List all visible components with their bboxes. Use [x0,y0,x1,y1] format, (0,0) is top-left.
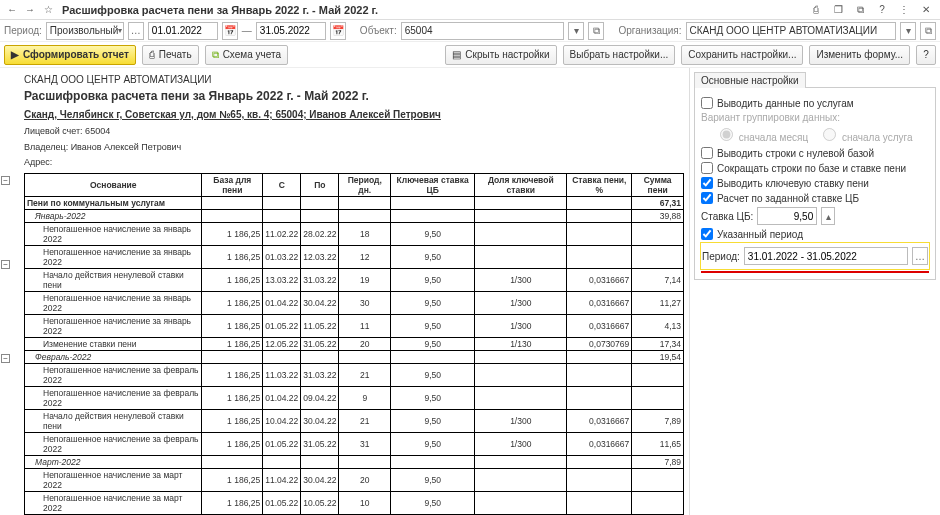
chk-zero-base[interactable]: Выводить строки с нулевой базой [701,147,929,159]
print-label: Печать [159,49,192,60]
close-icon[interactable]: ✕ [918,2,934,18]
settings-period-pick[interactable]: … [912,247,928,265]
forward-button[interactable]: → [22,2,38,18]
report-table: ОснованиеБаза для пениСПоПериод, дн.Ключ… [24,173,684,515]
table-row: Февраль-202219,54 [25,351,684,364]
cell: 19,54 [632,351,684,364]
attach-icon[interactable]: ? [874,2,890,18]
date-to-input[interactable] [256,22,326,40]
collapse-node[interactable]: − [1,260,10,269]
cell: 1 186,25 [202,492,263,515]
table-row: Март-20227,89 [25,456,684,469]
cell: 9,50 [391,387,475,410]
cell: 0,0316667 [567,410,632,433]
cell: Март-2022 [25,456,202,469]
copy-icon[interactable]: ❐ [830,2,846,18]
cell: 31 [339,433,391,456]
collapse-node[interactable]: − [1,176,10,185]
table-row: Непогашенное начисление за январь 20221 … [25,315,684,338]
validation-line [701,271,929,273]
hide-settings-label: Скрыть настройки [465,49,549,60]
chk-shorten-label: Сокращать строки по базе и ставке пени [717,163,906,174]
cell: 9,50 [391,338,475,351]
report-title: Расшифровка расчета пени за Январь 2022 … [24,89,681,103]
table-row: Непогашенное начисление за февраль 20221… [25,364,684,387]
help-button[interactable]: ? [916,45,936,65]
table-row: Непогашенное начисление за март 20221 18… [25,469,684,492]
date-from-cal-icon[interactable]: 📅 [222,22,238,40]
chk-by-service[interactable]: Выводить данные по услугам [701,97,929,109]
cell [475,210,567,223]
cell: 39,88 [632,210,684,223]
period-ellipsis[interactable]: … [128,22,144,40]
col-header: С [263,174,301,197]
change-form-label: Изменить форму... [816,49,903,60]
star-icon[interactable]: ☆ [40,2,56,18]
schema-button[interactable]: ⧉ Схема учета [205,45,288,65]
col-header: База для пени [202,174,263,197]
cell: 7,14 [632,269,684,292]
save-settings-button[interactable]: Сохранить настройки... [681,45,803,65]
cell: 12.05.22 [263,338,301,351]
chk-shorten[interactable]: Сокращать строки по базе и ставке пени [701,162,929,174]
change-form-button[interactable]: Изменить форму... [809,45,910,65]
period-type-combo[interactable]: Произвольный▾ [46,22,124,40]
table-row: Изменение ставки пени1 186,2512.05.2231.… [25,338,684,351]
print-icon[interactable]: ⎙ [808,2,824,18]
object-input[interactable]: 65004 [401,22,565,40]
cell [202,210,263,223]
object-pick[interactable]: ⧉ [588,22,604,40]
cell: 11.02.22 [263,223,301,246]
chk-use-period[interactable]: Указанный период [701,228,929,240]
col-header: По [301,174,339,197]
cell [301,351,339,364]
window-title: Расшифровка расчета пени за Январь 2022 … [62,4,808,16]
schema-label: Схема учета [223,49,281,60]
cell: 11,65 [632,433,684,456]
cell: Непогашенное начисление за март 2022 [25,469,202,492]
cell: 01.05.22 [263,315,301,338]
dash: — [242,25,252,36]
print-button[interactable]: ⎙ Печать [142,45,199,65]
cell: 1 186,25 [202,246,263,269]
make-report-button[interactable]: ▶ Сформировать отчет [4,45,136,65]
choose-settings-button[interactable]: Выбрать настройки... [563,45,676,65]
cell: 31.05.22 [301,338,339,351]
link-icon[interactable]: ⧉ [852,2,868,18]
cell: 12.03.22 [301,246,339,269]
cell [475,492,567,515]
cell [475,469,567,492]
cell: 17,34 [632,338,684,351]
table-row: Начало действия ненулевой ставки пени1 1… [25,269,684,292]
object-value: 65004 [405,25,433,36]
cell: 1/300 [475,315,567,338]
cell: Изменение ставки пени [25,338,202,351]
collapse-node[interactable]: − [1,354,10,363]
cb-spinner[interactable]: ▴ [821,207,835,225]
hide-settings-button[interactable]: ▤ Скрыть настройки [445,45,556,65]
chk-cb-calc[interactable]: Расчет по заданной ставке ЦБ [701,192,929,204]
org-input[interactable]: СКАНД ООО ЦЕНТР АВТОМАТИЗАЦИИ [686,22,896,40]
cell: 31.03.22 [301,364,339,387]
chk-key-rate[interactable]: Выводить ключевую ставку пени [701,177,929,189]
settings-period-input[interactable] [744,247,908,265]
cell: 1 186,25 [202,223,263,246]
owner-label: Владелец: Иванов Алексей Петрович [24,142,681,154]
cell [632,223,684,246]
org-clear[interactable]: ▾ [900,22,916,40]
org-pick[interactable]: ⧉ [920,22,936,40]
cell: 01.04.22 [263,292,301,315]
date-to-cal-icon[interactable]: 📅 [330,22,346,40]
object-clear[interactable]: ▾ [568,22,584,40]
cell [567,246,632,269]
cb-rate-input[interactable] [757,207,817,225]
cell: 0,0316667 [567,433,632,456]
more-icon[interactable]: ⋮ [896,2,912,18]
cell [475,364,567,387]
cell: 1/300 [475,433,567,456]
cell [567,364,632,387]
back-button[interactable]: ← [4,2,20,18]
date-from-input[interactable] [148,22,218,40]
table-row: Пени по коммунальным услугам67,31 [25,197,684,210]
tab-main-settings[interactable]: Основные настройки [694,72,806,88]
